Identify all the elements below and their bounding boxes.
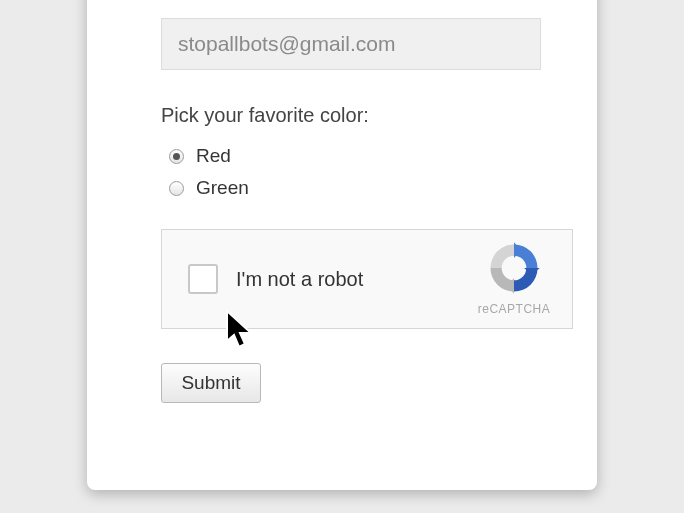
email-value: stopallbots@gmail.com: [178, 32, 395, 56]
radio-red-label: Red: [196, 145, 231, 167]
email-field[interactable]: stopallbots@gmail.com: [161, 18, 541, 70]
radio-icon: [169, 181, 184, 196]
radio-green[interactable]: Green: [169, 177, 567, 199]
radio-red[interactable]: Red: [169, 145, 567, 167]
recaptcha-brand-text: reCAPTCHA: [474, 302, 554, 316]
radio-green-label: Green: [196, 177, 249, 199]
form-card: stopallbots@gmail.com Pick your favorite…: [87, 0, 597, 490]
recaptcha-widget: I'm not a robot reCAPTCHA: [161, 229, 573, 329]
color-radio-group: Red Green: [169, 145, 567, 199]
color-question-label: Pick your favorite color:: [161, 104, 567, 127]
submit-button[interactable]: Submit: [161, 363, 261, 403]
recaptcha-checkbox[interactable]: [188, 264, 218, 294]
recaptcha-brand: reCAPTCHA: [474, 240, 554, 316]
submit-label: Submit: [181, 372, 240, 394]
recaptcha-icon: [486, 240, 542, 296]
recaptcha-label: I'm not a robot: [236, 268, 363, 291]
radio-icon: [169, 149, 184, 164]
